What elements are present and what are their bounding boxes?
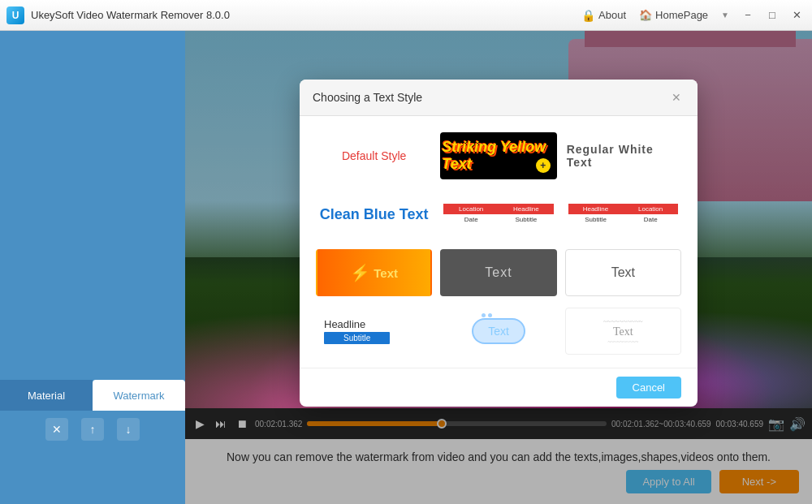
text-style-dialog: Choosing a Text Style ✕ Default Style St… xyxy=(300,80,698,407)
lightning-icon: ⚡ xyxy=(350,263,370,282)
table-red-body: Date Subtitle xyxy=(443,214,553,225)
style-item-lightning[interactable]: ⚡ Text xyxy=(316,249,432,296)
home-icon: 🏠 xyxy=(639,9,652,21)
bubble-shape: Text xyxy=(472,318,525,344)
dropdown-arrow-icon[interactable]: ▼ xyxy=(721,11,729,19)
dark-text-label: Text xyxy=(485,265,512,280)
style-item-signature[interactable]: ~~~~~~~~~~ Text ~~~~~~~~~~ xyxy=(565,308,681,355)
tbl2-headline: Headline xyxy=(568,204,624,214)
tbl2-date: Date xyxy=(623,214,678,225)
move-up-button[interactable]: ↑ xyxy=(81,418,104,441)
tbl-date: Date xyxy=(443,214,499,225)
blue-text-label: Clean Blue Text xyxy=(320,206,429,223)
down-arrow-icon: ↓ xyxy=(126,423,132,436)
bubble-text-label: Text xyxy=(488,325,509,338)
style-item-yellow[interactable]: Striking Yellow Text + xyxy=(440,132,556,179)
style-item-blue[interactable]: Clean Blue Text xyxy=(316,191,432,238)
x-icon: ✕ xyxy=(52,423,62,436)
style-item-table-red[interactable]: Location Headline Date Subtitle xyxy=(440,191,556,238)
minimize-button[interactable]: − xyxy=(739,6,757,24)
headline-title-label: Headline xyxy=(324,318,365,330)
main-area: Material Watermark ✕ ↑ ↓ xyxy=(0,31,812,504)
table-red2-header: Headline Location xyxy=(568,204,678,214)
table-red2-body: Subtitle Date xyxy=(568,214,678,225)
remove-button[interactable]: ✕ xyxy=(45,418,68,441)
tbl-location: Location xyxy=(443,204,499,214)
homepage-label: HomePage xyxy=(655,9,708,21)
sidebar-item-material[interactable]: Material xyxy=(0,380,93,411)
window-controls: − □ ✕ xyxy=(739,6,806,24)
move-down-button[interactable]: ↓ xyxy=(117,418,140,441)
lock-icon: 🔒 xyxy=(581,9,595,22)
sidebar-action-buttons: ✕ ↑ ↓ xyxy=(0,411,185,447)
sidebar: Material Watermark ✕ ↑ ↓ xyxy=(0,31,185,504)
app-title: UkeySoft Video Watermark Remover 8.0.0 xyxy=(31,9,581,21)
style-item-white[interactable]: Regular White Text xyxy=(565,132,681,179)
style-grid: Default Style Striking Yellow Text + Reg… xyxy=(316,132,681,355)
headline-subtitle-label: Subtitle xyxy=(324,332,390,344)
close-x-icon: ✕ xyxy=(672,91,681,104)
close-button[interactable]: ✕ xyxy=(788,6,806,24)
homepage-button[interactable]: 🏠 HomePage xyxy=(639,9,708,21)
app-logo: U xyxy=(6,6,24,24)
dialog-close-button[interactable]: ✕ xyxy=(668,89,685,106)
sidebar-item-watermark[interactable]: Watermark xyxy=(93,380,185,411)
video-area: ▶ ⏭ ⏹ 00:02:01.362 00:02:01.362~00:03:40… xyxy=(185,31,812,504)
style-item-default[interactable]: Default Style xyxy=(316,132,432,179)
lightning-text-label: Text xyxy=(374,266,398,280)
bubble-dot-2 xyxy=(488,313,492,317)
tbl-subtitle: Subtitle xyxy=(499,214,554,225)
dialog-overlay: Choosing a Text Style ✕ Default Style St… xyxy=(185,31,812,504)
dialog-footer: Cancel xyxy=(300,368,698,407)
titlebar: U UkeySoft Video Watermark Remover 8.0.0… xyxy=(0,0,812,31)
sig-text-top: ~~~~~~~~~~ xyxy=(603,317,643,325)
dialog-title: Choosing a Text Style xyxy=(313,91,422,104)
white-text-label: Regular White Text xyxy=(567,143,680,169)
bubble-dots xyxy=(482,313,492,317)
style-item-whitebox[interactable]: Text xyxy=(565,249,681,296)
default-style-label: Default Style xyxy=(342,149,406,162)
cancel-button[interactable]: Cancel xyxy=(616,377,681,398)
tbl2-subtitle: Subtitle xyxy=(568,214,624,225)
up-arrow-icon: ↑ xyxy=(90,423,96,436)
nav-buttons: 🔒 About 🏠 HomePage ▼ xyxy=(581,9,729,22)
about-button[interactable]: 🔒 About xyxy=(581,9,626,22)
sidebar-tabs: Material Watermark xyxy=(0,380,185,411)
style-item-bubble[interactable]: Text xyxy=(440,308,556,355)
dialog-header: Choosing a Text Style ✕ xyxy=(300,80,698,116)
style-item-dark[interactable]: Text xyxy=(440,249,556,296)
sig-text-bottom: ~~~~~~~~~~ xyxy=(607,338,638,345)
whitebox-text-label: Text xyxy=(611,265,635,280)
dialog-body: Default Style Striking Yellow Text + Reg… xyxy=(300,116,698,368)
tbl-headline: Headline xyxy=(499,204,554,214)
sig-text-main: Text xyxy=(613,325,633,338)
tbl2-location: Location xyxy=(623,204,678,214)
style-item-table-red2[interactable]: Headline Location Subtitle Date xyxy=(565,191,681,238)
maximize-button[interactable]: □ xyxy=(763,6,781,24)
style-item-headline[interactable]: Headline Subtitle xyxy=(316,308,432,355)
about-label: About xyxy=(598,9,626,21)
bubble-dot-1 xyxy=(482,313,486,317)
table-red-header: Location Headline xyxy=(443,204,553,214)
selected-badge: + xyxy=(536,158,551,173)
